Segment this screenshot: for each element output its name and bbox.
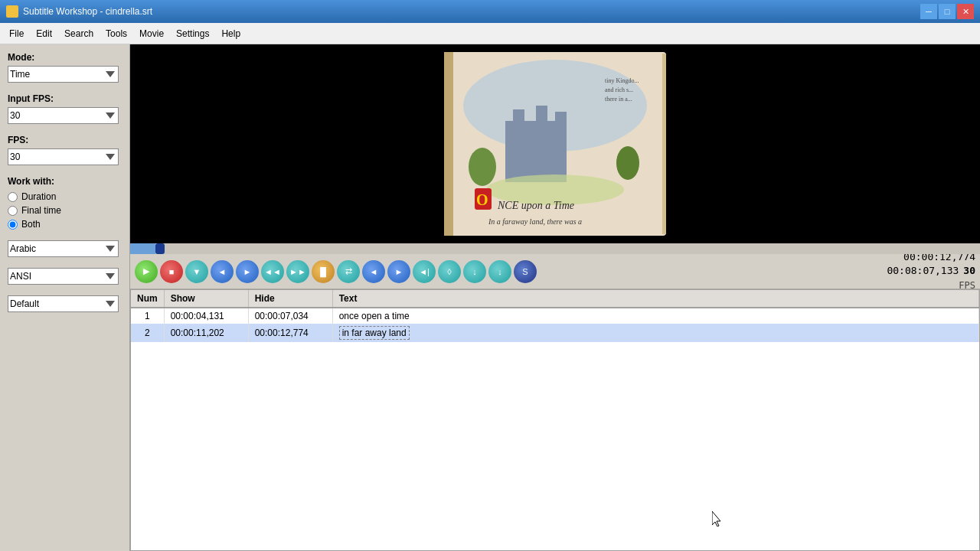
cell-num: 1 xyxy=(131,308,164,324)
total-time: 00:08:07,133 xyxy=(887,264,959,278)
svg-text:and rich s...: and rich s... xyxy=(605,86,633,93)
radio-finaltime-input[interactable] xyxy=(8,206,18,216)
mode-section: Mode: Time Frames Both xyxy=(8,52,122,83)
prev-button[interactable]: ◄ xyxy=(211,260,234,283)
input-fps-section: Input FPS: 30 25 24 29.97 xyxy=(8,93,122,124)
svg-text:there in a...: there in a... xyxy=(605,96,632,103)
menubar: File Edit Search Tools Movie Settings He… xyxy=(0,23,980,44)
minimize-button[interactable]: ─ xyxy=(920,4,937,19)
svg-rect-3 xyxy=(662,54,666,234)
back-sub-button[interactable]: ◄ xyxy=(362,260,385,283)
titlebar: Subtitle Workshop - cindrella.srt ─ □ ✕ xyxy=(0,0,980,23)
seekbar-container xyxy=(130,243,980,254)
subtitle-rows: 1 00:00:04,131 00:00:07,034 once open a … xyxy=(131,308,979,342)
radio-duration-input[interactable] xyxy=(8,192,18,202)
s-button[interactable]: S xyxy=(514,260,537,283)
video-display: O NCE upon a Time In a faraway land, the… xyxy=(130,44,980,243)
dl1-button[interactable]: ↓ xyxy=(463,260,486,283)
maximize-button[interactable]: □ xyxy=(939,4,956,19)
svg-rect-2 xyxy=(444,52,453,236)
radio-finaltime-label: Final time xyxy=(21,205,61,216)
subtitle-table-container[interactable]: Num Show Hide Text 1 00:00:04,131 00:00:… xyxy=(130,289,980,551)
input-fps-select[interactable]: 30 25 24 29.97 xyxy=(8,107,119,124)
cell-text[interactable]: once open a time xyxy=(332,308,978,324)
svg-rect-8 xyxy=(555,112,567,132)
svg-text:In a faraway land, there was a: In a faraway land, there was a xyxy=(488,217,582,226)
mode-label: Mode: xyxy=(8,52,122,63)
work-with-label: Work with: xyxy=(8,176,122,187)
book-illustration: O NCE upon a Time In a faraway land, the… xyxy=(421,44,689,243)
menu-file[interactable]: File xyxy=(3,25,30,42)
table-row[interactable]: 2 00:00:11,202 00:00:12,774 in far away … xyxy=(131,324,979,342)
next-button[interactable]: ► xyxy=(236,260,259,283)
fps-label: FPS: xyxy=(8,135,122,145)
col-num-header: Num xyxy=(131,290,164,308)
sidebar: Mode: Time Frames Both Input FPS: 30 25 … xyxy=(0,44,130,551)
dl2-button[interactable]: ↓ xyxy=(488,260,511,283)
col-show-header: Show xyxy=(164,290,248,308)
fwd-sub-button[interactable]: ► xyxy=(387,260,410,283)
window-controls: ─ □ ✕ xyxy=(920,4,974,19)
cell-hide: 00:00:07,034 xyxy=(248,308,332,324)
svg-rect-6 xyxy=(513,109,524,132)
app-icon xyxy=(6,5,18,18)
subtitle-table: Num Show Hide Text 1 00:00:04,131 00:00:… xyxy=(131,290,979,342)
svg-point-10 xyxy=(469,148,496,186)
format-section: Default SubRip MicroDVD xyxy=(8,295,122,312)
radio-duration-label: Duration xyxy=(21,191,56,202)
radio-both-input[interactable] xyxy=(8,220,18,230)
radio-both[interactable]: Both xyxy=(8,219,122,230)
cell-text-selected[interactable]: in far away land xyxy=(332,324,978,342)
transport-bar: ▶ ■ ▼ ◄ ► ◄◄ ►► ▐▌ ⇄ ◄ ► ◄| ◊ ↓ ↓ S 00:0… xyxy=(130,254,980,289)
fps-section: FPS: 30 25 24 29.97 xyxy=(8,135,122,165)
table-row[interactable]: 1 00:00:04,131 00:00:07,034 once open a … xyxy=(131,308,979,324)
main-layout: Mode: Time Frames Both Input FPS: 30 25 … xyxy=(0,44,980,551)
forward-button[interactable]: ►► xyxy=(286,260,309,283)
fps-value: 30 xyxy=(963,264,975,278)
work-with-section: Work with: Duration Final time Both xyxy=(8,176,122,230)
loop-button[interactable]: ⇄ xyxy=(337,260,360,283)
svg-point-11 xyxy=(616,146,639,180)
menu-help[interactable]: Help xyxy=(215,25,247,42)
play-button[interactable]: ▶ xyxy=(135,260,158,283)
rewind-button[interactable]: ◄◄ xyxy=(261,260,284,283)
language-select[interactable]: Arabic English French xyxy=(8,240,119,257)
cell-show: 00:00:11,202 xyxy=(164,324,248,342)
window-title: Subtitle Workshop - cindrella.srt xyxy=(23,6,920,17)
video-container: O NCE upon a Time In a faraway land, the… xyxy=(130,44,980,243)
cell-hide: 00:00:12,774 xyxy=(248,324,332,342)
menu-settings[interactable]: Settings xyxy=(170,25,215,42)
time-display: 00:00:12,774 00:08:07,133 30 FPS xyxy=(887,250,975,292)
stop-button[interactable]: ■ xyxy=(160,260,183,283)
cell-num: 2 xyxy=(131,324,164,342)
svg-text:NCE upon a Time: NCE upon a Time xyxy=(497,200,574,211)
mode-select[interactable]: Time Frames Both xyxy=(8,66,119,83)
menu-edit[interactable]: Edit xyxy=(30,25,58,42)
down-button[interactable]: ▼ xyxy=(185,260,208,283)
menu-movie[interactable]: Movie xyxy=(133,25,170,42)
radio-duration[interactable]: Duration xyxy=(8,191,122,202)
menu-search[interactable]: Search xyxy=(58,25,100,42)
input-fps-label: Input FPS: xyxy=(8,93,122,104)
seekbar[interactable] xyxy=(130,243,980,254)
table-header-row: Num Show Hide Text xyxy=(131,290,979,308)
radio-finaltime[interactable]: Final time xyxy=(8,205,122,216)
encoding-section: ANSI UTF-8 Unicode xyxy=(8,268,122,285)
close-button[interactable]: ✕ xyxy=(957,4,974,19)
encoding-select[interactable]: ANSI UTF-8 Unicode xyxy=(8,268,119,285)
format-select[interactable]: Default SubRip MicroDVD xyxy=(8,295,119,312)
prev-frame-button[interactable]: ◄| xyxy=(413,260,436,283)
selected-text-span: in far away land xyxy=(339,326,410,340)
code-button[interactable]: ◊ xyxy=(438,260,461,283)
menu-tools[interactable]: Tools xyxy=(100,25,133,42)
radio-both-label: Both xyxy=(21,219,41,230)
svg-rect-7 xyxy=(536,106,547,132)
content-area: O NCE upon a Time In a faraway land, the… xyxy=(130,44,980,551)
svg-text:tiny Kingdo...: tiny Kingdo... xyxy=(605,77,639,84)
col-text-header: Text xyxy=(332,290,978,308)
pause-button[interactable]: ▐▌ xyxy=(312,260,335,283)
language-section: Arabic English French xyxy=(8,240,122,257)
fps-select[interactable]: 30 25 24 29.97 xyxy=(8,148,119,165)
cell-show: 00:00:04,131 xyxy=(164,308,248,324)
svg-text:O: O xyxy=(476,191,488,208)
